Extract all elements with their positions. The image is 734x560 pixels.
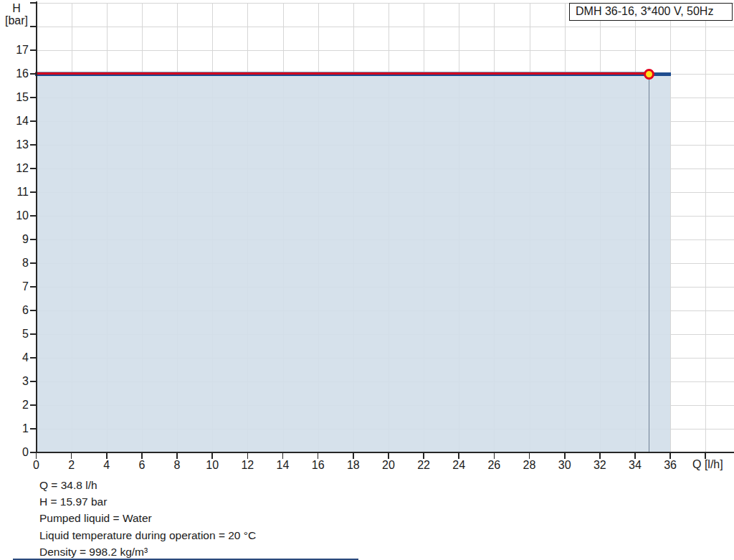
x-tick bbox=[494, 453, 495, 459]
x-tick bbox=[564, 453, 566, 459]
x-tick-label: 6 bbox=[128, 459, 156, 472]
x-tick-label: 28 bbox=[515, 459, 544, 472]
y-tick-label: 5 bbox=[3, 328, 29, 341]
x-axis-line bbox=[35, 452, 734, 453]
x-tick bbox=[282, 453, 284, 459]
y-tick-label: 15 bbox=[3, 91, 29, 104]
y-tick bbox=[30, 286, 36, 288]
x-tick-label: 16 bbox=[304, 459, 333, 472]
y-tick-label: 4 bbox=[3, 351, 29, 364]
legend-label: DMH 36-16, 3*400 V, 50Hz bbox=[576, 5, 713, 17]
x-tick-label: 4 bbox=[92, 459, 121, 472]
h-gridline bbox=[37, 27, 734, 27]
y-tick bbox=[30, 333, 36, 335]
y-tick bbox=[30, 73, 36, 75]
y-tick bbox=[30, 26, 36, 27]
x-tick bbox=[141, 453, 143, 459]
info-line-h: H = 15.97 bar bbox=[39, 493, 256, 510]
y-tick bbox=[30, 404, 36, 406]
x-tick-label: 34 bbox=[621, 459, 649, 472]
info-line-liquid: Pumped liquid = Water bbox=[39, 510, 256, 526]
duty-point-line bbox=[649, 75, 650, 452]
x-tick-label: 2 bbox=[57, 459, 86, 472]
y-tick-label: 10 bbox=[3, 209, 29, 222]
y-tick bbox=[30, 428, 36, 430]
y-tick bbox=[30, 191, 36, 193]
x-tick-label: 22 bbox=[409, 459, 438, 472]
y-tick bbox=[30, 381, 36, 382]
y-axis-title: H [bar] bbox=[0, 2, 33, 27]
x-tick bbox=[388, 453, 389, 459]
h-gridline bbox=[37, 50, 734, 51]
v-gridline bbox=[670, 3, 671, 452]
y-tick-label: 9 bbox=[3, 233, 29, 246]
x-tick bbox=[36, 453, 37, 459]
legend-box: DMH 36-16, 3*400 V, 50Hz bbox=[569, 3, 733, 21]
selected-duty-range-curve bbox=[35, 72, 649, 74]
x-tick bbox=[318, 453, 319, 459]
y-tick-label: 3 bbox=[3, 375, 29, 388]
y-tick bbox=[30, 310, 36, 311]
y-tick-label: 11 bbox=[3, 186, 29, 199]
x-tick bbox=[529, 453, 530, 459]
y-tick-label: 12 bbox=[3, 162, 29, 175]
x-tick bbox=[458, 453, 459, 459]
pump-curve-chart: H [bar] Q [l/h] DMH 36-16, 3*400 V, 50Hz… bbox=[0, 0, 734, 560]
y-tick bbox=[30, 120, 36, 122]
y-tick bbox=[30, 262, 36, 264]
y-tick-label: 7 bbox=[3, 280, 29, 293]
operating-point-marker[interactable] bbox=[644, 69, 654, 80]
y-tick bbox=[30, 49, 36, 51]
y-tick bbox=[30, 97, 36, 98]
x-tick bbox=[211, 453, 213, 459]
x-tick-label: 0 bbox=[22, 459, 51, 472]
x-tick-label: 8 bbox=[163, 459, 191, 472]
x-tick bbox=[705, 453, 706, 459]
x-tick bbox=[423, 453, 424, 459]
info-line-density: Density = 998.2 kg/m³ bbox=[39, 544, 256, 560]
x-tick bbox=[176, 453, 178, 459]
y-tick-label: 0 bbox=[3, 446, 29, 459]
x-tick-label: 14 bbox=[269, 459, 297, 472]
y-tick-label: 13 bbox=[3, 138, 29, 151]
x-tick-label: 12 bbox=[233, 459, 262, 472]
y-tick-label: 8 bbox=[3, 257, 29, 270]
info-line-temperature: Liquid temperature during operation = 20… bbox=[39, 527, 256, 544]
x-tick bbox=[634, 453, 636, 459]
x-tick-label: 10 bbox=[198, 459, 227, 472]
duty-info-block: Q = 34.8 l/h H = 15.97 bar Pumped liquid… bbox=[39, 477, 256, 560]
y-tick bbox=[30, 239, 36, 240]
y-tick bbox=[30, 168, 36, 169]
y-tick-label: 6 bbox=[3, 304, 29, 317]
x-tick-label: 32 bbox=[586, 459, 614, 472]
v-gridline bbox=[705, 3, 706, 452]
x-tick-label: 20 bbox=[374, 459, 403, 472]
area-fill bbox=[37, 76, 671, 452]
y-tick-label: 16 bbox=[3, 67, 29, 80]
y-tick bbox=[30, 357, 36, 359]
y-axis-title-symbol: H bbox=[0, 2, 33, 14]
info-line-q: Q = 34.8 l/h bbox=[39, 477, 256, 493]
y-tick bbox=[30, 215, 36, 217]
y-axis-title-unit: [bar] bbox=[0, 14, 33, 27]
x-tick-label: 18 bbox=[339, 459, 368, 472]
x-tick-label: 26 bbox=[480, 459, 508, 472]
x-tick bbox=[247, 453, 249, 459]
x-tick-label: 30 bbox=[550, 459, 579, 472]
x-tick bbox=[599, 453, 601, 459]
y-tick-label: 17 bbox=[3, 44, 29, 57]
y-tick bbox=[30, 144, 36, 146]
x-tick bbox=[353, 453, 354, 459]
x-tick-label: 24 bbox=[444, 459, 473, 472]
y-tick-label: 1 bbox=[3, 422, 29, 435]
x-tick bbox=[106, 453, 108, 459]
x-tick-label: 36 bbox=[656, 459, 685, 472]
x-tick bbox=[669, 453, 671, 459]
x-axis-title: Q [l/h] bbox=[692, 458, 734, 470]
x-tick bbox=[71, 453, 72, 459]
y-tick bbox=[30, 2, 36, 4]
y-axis-line bbox=[36, 1, 37, 453]
curve-top-edge bbox=[35, 72, 649, 72]
y-tick-label: 14 bbox=[3, 115, 29, 128]
y-tick-label: 2 bbox=[3, 399, 29, 412]
